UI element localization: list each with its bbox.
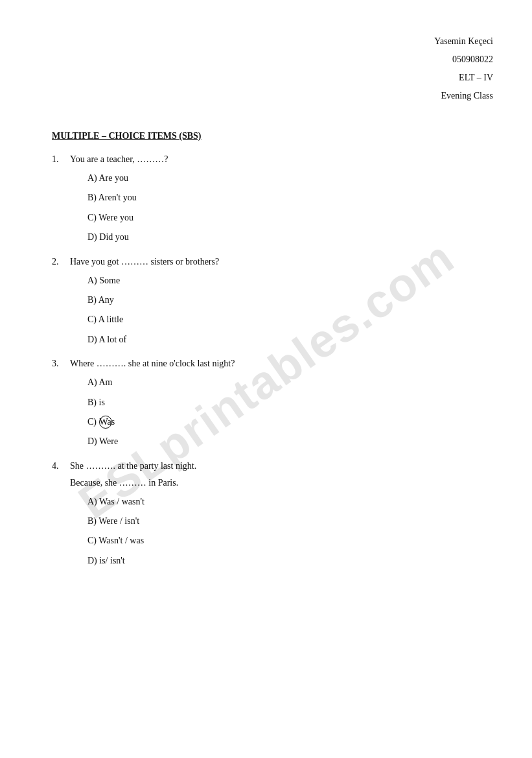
option-2-1: A) Some [87,274,493,288]
options-list-3: A) AmB) isC) WasD) Were [52,375,493,449]
question-number-3: 3. [52,359,70,369]
header-info: Yasemin Keçeci 050908022 ELT – IV Evenin… [52,32,493,105]
section-title: MULTIPLE – CHOICE ITEMS (SBS) [52,131,493,141]
option-2-2: B) Any [87,293,493,307]
option-4-3: C) Wasn't / was [87,534,493,548]
options-list-2: A) SomeB) AnyC) A littleD) A lot of [52,274,493,348]
option-1-2: B) Aren't you [87,191,493,205]
question-number-2: 2. [52,257,70,267]
option-1-3: C) Were you [87,211,493,225]
option-3-3: C) Was [87,415,493,429]
options-list-1: A) Are youB) Aren't youC) Were youD) Did… [52,171,493,245]
option-label: C) [87,417,99,427]
option-4-1: A) Was / wasn't [87,495,493,509]
option-2-4: D) A lot of [87,333,493,347]
question-number-4: 4. [52,461,70,471]
circled-option: Was [99,416,112,429]
question-text-2: 2.Have you got ……… sisters or brothers? [52,257,493,267]
header-name: Yasemin Keçeci [52,32,493,51]
option-1-1: A) Are you [87,171,493,185]
question-item-3: 3.Where ………. she at nine o'clock last ni… [52,359,493,449]
option-4-4: D) is/ isn't [87,554,493,568]
option-2-3: C) A little [87,313,493,327]
options-list-4: A) Was / wasn'tB) Were / isn'tC) Wasn't … [52,495,493,569]
question-number-1: 1. [52,154,70,165]
question-body-1: You are a teacher, ………? [70,154,168,165]
question-text-4: 4.She ………. at the party last night. [52,461,493,471]
question-text-3: 3.Where ………. she at nine o'clock last ni… [52,359,493,369]
question-item-1: 1.You are a teacher, ………?A) Are youB) Ar… [52,154,493,245]
header-class: Evening Class [52,87,493,105]
option-3-1: A) Am [87,375,493,390]
option-1-4: D) Did you [87,230,493,244]
option-3-2: B) is [87,396,493,410]
question-item-2: 2.Have you got ……… sisters or brothers?A… [52,257,493,348]
question-item-4: 4.She ………. at the party last night.Becau… [52,461,493,569]
question-text-1: 1.You are a teacher, ………? [52,154,493,165]
question-body-4: She ………. at the party last night. [70,461,196,471]
question-subtext-4: Because, she ……… in Paris. [52,478,493,488]
questions-list: 1.You are a teacher, ………?A) Are youB) Ar… [52,154,493,568]
option-3-4: D) Were [87,434,493,449]
question-body-3: Where ………. she at nine o'clock last nigh… [70,359,235,369]
option-4-2: B) Were / isn't [87,514,493,528]
header-course: ELT – IV [52,69,493,87]
question-body-2: Have you got ……… sisters or brothers? [70,257,219,267]
header-id: 050908022 [52,51,493,69]
